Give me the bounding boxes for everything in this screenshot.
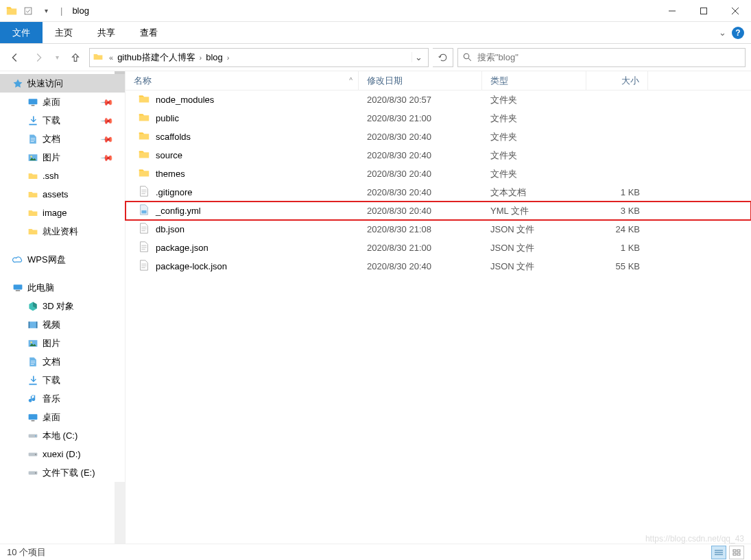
breadcrumb[interactable]: « github搭建个人博客 › blog › ⌄ [89,48,429,67]
star-icon [12,78,23,89]
column-header-type[interactable]: 类型 [482,71,586,90]
recent-dropdown[interactable]: ▾ [52,48,62,67]
sidebar-item-ssh[interactable]: .ssh [0,167,125,185]
file-name: db.json [156,224,184,234]
svg-rect-42 [733,550,736,552]
column-label: 修改日期 [367,75,403,87]
sidebar-item-pictures2[interactable]: 图片 [0,334,125,352]
svg-rect-43 [737,550,740,552]
sidebar-item-documents[interactable]: 文档 📌 [0,130,125,148]
breadcrumb-part[interactable]: github搭建个人博客 [116,51,196,64]
file-row[interactable]: source2020/8/30 20:40文件夹 [126,146,751,165]
file-row[interactable]: _config.yml2020/8/30 20:40YML 文件3 KB [126,202,751,220]
ribbon-tab-file[interactable]: 文件 [0,22,43,43]
breadcrumb-part[interactable]: blog [204,52,224,62]
sidebar-item-wps[interactable]: WPS网盘 [0,250,125,269]
sidebar-item-label: 图片 [43,337,60,350]
text-icon [138,241,150,255]
sidebar-item-3d[interactable]: 3D 对象 [0,297,125,315]
file-type: 文件夹 [482,149,586,162]
svg-point-21 [35,435,36,437]
close-button[interactable] [719,0,751,22]
svg-rect-14 [29,321,30,328]
download-icon [27,115,38,126]
sidebar-item-image[interactable]: image [0,204,125,222]
sidebar-item-downloads[interactable]: 下载 📌 [0,111,125,130]
sidebar-item-videos[interactable]: 视频 [0,315,125,334]
maximize-button[interactable] [688,0,719,22]
sidebar-item-music[interactable]: 音乐 [0,389,125,408]
ribbon-tab-share[interactable]: 共享 [85,22,128,43]
sidebar-item-xuexid[interactable]: xuexi (D:) [0,445,125,463]
help-icon[interactable]: ? [732,27,744,39]
file-date: 2020/8/30 20:40 [359,261,482,271]
sidebar-item-assets[interactable]: assets [0,185,125,204]
file-row[interactable]: db.json2020/8/30 21:08JSON 文件24 KB [126,220,751,239]
column-header-name[interactable]: 名称 ^ [126,71,359,90]
file-size: 1 KB [586,243,648,253]
svg-rect-45 [737,553,740,555]
svg-rect-19 [32,420,35,422]
separator: | [60,5,62,16]
sidebar-item-downloads2[interactable]: 下载 [0,371,125,389]
file-row[interactable]: scaffolds2020/8/30 20:40文件夹 [126,127,751,146]
view-details-button[interactable] [711,546,726,559]
pin-icon: 📌 [100,150,115,165]
file-row[interactable]: package.json2020/8/30 21:00JSON 文件1 KB [126,239,751,257]
computer-icon [12,282,23,293]
ribbon-collapse-icon[interactable]: ⌄ [719,27,726,38]
file-name: .gitignore [156,187,192,197]
chevron-right-icon[interactable]: › [224,53,233,62]
file-size: 3 KB [586,206,648,216]
sidebar-item-label: 桌面 [43,411,60,424]
ribbon-tab-view[interactable]: 查看 [128,22,170,43]
drive-icon [27,449,38,460]
chevron-right-icon[interactable]: › [197,53,205,62]
file-type: JSON 文件 [482,223,586,236]
file-row[interactable]: package-lock.json2020/8/30 20:40JSON 文件5… [126,257,751,276]
file-row[interactable]: themes2020/8/30 20:40文件夹 [126,165,751,183]
refresh-button[interactable] [433,48,453,67]
view-thumbnails-button[interactable] [729,546,744,559]
ribbon-tab-home[interactable]: 主页 [43,22,85,43]
file-date: 2020/8/30 21:00 [359,113,482,123]
navigation-pane: 快速访问 桌面 📌 下载 📌 文档 📌 图片 📌 .ssh asse [0,71,126,544]
file-row[interactable]: .gitignore2020/8/30 20:40文本文档1 KB [126,183,751,202]
file-row[interactable]: public2020/8/30 21:00文件夹 [126,109,751,127]
up-button[interactable] [66,48,85,67]
sidebar-item-thispc[interactable]: 此电脑 [0,278,125,297]
file-name: package-lock.json [156,261,227,271]
sidebar-item-quickaccess[interactable]: 快速访问 [0,74,125,93]
search-box[interactable] [457,48,746,67]
minimize-button[interactable] [656,0,688,22]
forward-button[interactable] [29,48,48,67]
sidebar-item-documents2[interactable]: 文档 [0,352,125,371]
search-input[interactable] [477,52,741,62]
qat-dropdown[interactable]: ▾ [38,3,53,19]
svg-line-6 [468,58,471,61]
sidebar-item-pictures[interactable]: 图片 📌 [0,148,125,167]
breadcrumb-root-chevron[interactable]: « [106,53,116,62]
text-icon [138,259,150,273]
folder-icon [138,148,150,162]
file-type: JSON 文件 [482,260,586,273]
file-name: source [156,150,182,160]
sidebar-item-desktop2[interactable]: 桌面 [0,408,125,426]
column-header-date[interactable]: 修改日期 [359,71,482,90]
search-icon [462,52,473,63]
ribbon: 文件 主页 共享 查看 ⌄ ? [0,22,751,44]
sort-indicator-icon: ^ [349,77,353,84]
status-item-count: 10 个项目 [7,546,46,559]
svg-rect-7 [29,99,38,104]
sidebar-item-downloade[interactable]: 文件下载 (E:) [0,463,125,482]
sidebar-item-localc[interactable]: 本地 (C:) [0,426,125,445]
sidebar-item-jobmats[interactable]: 就业资料 [0,222,125,241]
back-button[interactable] [5,48,25,67]
yml-icon [138,204,150,218]
file-row[interactable]: node_modules2020/8/30 20:57文件夹 [126,90,751,109]
drive-icon [27,430,38,441]
sidebar-item-desktop[interactable]: 桌面 📌 [0,93,125,111]
column-header-size[interactable]: 大小 [586,71,648,90]
breadcrumb-dropdown[interactable]: ⌄ [412,52,425,62]
qat-item[interactable] [21,3,36,19]
